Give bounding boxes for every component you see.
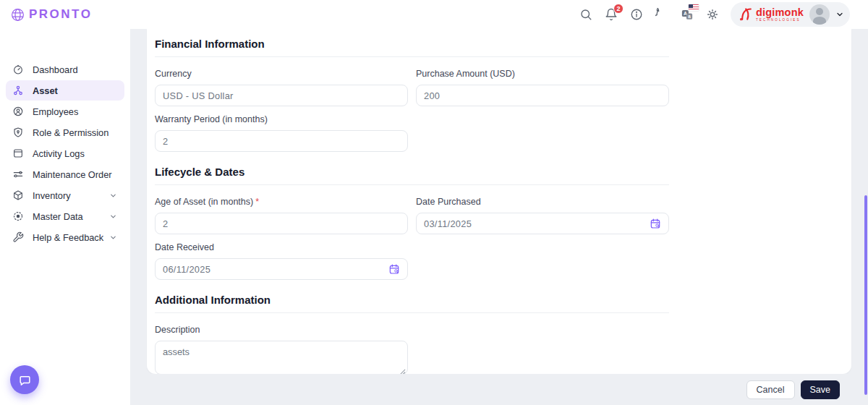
globe-icon: [10, 7, 25, 22]
dotted-circle-icon: [12, 210, 24, 223]
description-textarea[interactable]: assets: [155, 341, 408, 375]
field-purchase-amount: Purchase Amount (USD): [416, 69, 669, 106]
sidebar-item-label: Dashboard: [33, 64, 78, 75]
app-logo[interactable]: PRONTO: [10, 0, 92, 29]
us-flag-icon: [689, 4, 699, 11]
translate-icon[interactable]: Aa: [680, 7, 694, 22]
field-label: Description: [155, 325, 408, 335]
chevron-down-icon[interactable]: [835, 10, 844, 19]
notifications-bell-icon[interactable]: 2: [604, 7, 618, 22]
user-avatar[interactable]: [809, 4, 830, 25]
chevron-down-icon: [109, 234, 117, 242]
warranty-period-input[interactable]: [163, 136, 400, 147]
chat-fab-button[interactable]: [10, 365, 39, 394]
sidebar-item-label: Inventory: [33, 190, 71, 201]
section-divider: [155, 56, 669, 57]
info-icon[interactable]: [629, 7, 644, 22]
field-description: Description assets: [155, 325, 408, 378]
sidebar-item-label: Role & Permission: [33, 127, 109, 138]
save-button[interactable]: Save: [801, 380, 841, 399]
section-title-lifecycle: Lifecycle & Dates: [155, 166, 669, 178]
field-label: Date Purchased: [416, 197, 669, 207]
sidebar-item-help-feedback[interactable]: Help & Feedback: [6, 227, 124, 247]
document-icon: [12, 148, 24, 160]
cube-icon: [12, 189, 24, 202]
brand-name: PRONTO: [29, 7, 92, 22]
partner-tagline: TECHNOLOGIES: [756, 19, 804, 22]
notification-count-badge: 2: [613, 4, 624, 14]
digimonk-mark-icon: [739, 7, 754, 22]
section-divider: [155, 184, 669, 185]
sidebar-item-role-permission[interactable]: Role & Permission: [6, 122, 124, 142]
top-header: PRONTO 2 Aa digimo: [0, 0, 868, 29]
section-title-financial: Financial Information: [155, 38, 669, 50]
sidebar-item-dashboard[interactable]: Dashboard: [6, 59, 124, 80]
chat-bubble-icon: [18, 373, 32, 387]
field-label: Currency: [155, 69, 408, 79]
wrench-icon: [12, 231, 24, 244]
cancel-button[interactable]: Cancel: [746, 380, 795, 399]
field-label: Purchase Amount (USD): [416, 69, 669, 79]
search-icon[interactable]: [579, 7, 593, 22]
currency-input[interactable]: [163, 90, 400, 101]
sidebar-item-inventory[interactable]: Inventory: [6, 185, 124, 205]
user-account-pill[interactable]: digimonk TECHNOLOGIES: [731, 2, 850, 27]
field-date-purchased: Date Purchased: [416, 197, 669, 234]
required-asterisk: *: [255, 197, 259, 207]
dashboard-icon: [12, 64, 24, 76]
chevron-down-icon: [109, 213, 117, 221]
date-received-input[interactable]: [163, 264, 384, 275]
theme-sun-icon[interactable]: [705, 7, 720, 22]
asset-sitemap-icon: [12, 85, 24, 97]
age-of-asset-input[interactable]: [163, 218, 400, 229]
vertical-scrollbar-thumb[interactable]: [864, 195, 867, 395]
sidebar-item-label: Help & Feedback: [33, 232, 103, 243]
calendar-icon[interactable]: [650, 218, 661, 229]
calendar-icon[interactable]: [388, 263, 400, 275]
sidebar-item-master-data[interactable]: Master Data: [6, 206, 124, 226]
sliders-icon: [12, 169, 24, 181]
field-age-of-asset: Age of Asset (in months)*: [155, 197, 408, 234]
asset-form-card: Financial Information Currency Purchase …: [147, 29, 851, 374]
field-currency: Currency: [155, 69, 408, 106]
sidebar-item-label: Employees: [33, 106, 78, 117]
sidebar-item-maintenance-order[interactable]: Maintenance Order: [6, 164, 124, 184]
employees-icon: [12, 106, 24, 118]
sidebar-item-label: Master Data: [33, 211, 83, 222]
sidebar-nav: Dashboard Asset Employees Role & Permiss…: [0, 29, 130, 405]
header-actions: 2 Aa digimonk TECHNOLOGIES: [579, 0, 850, 29]
sidebar-item-asset[interactable]: Asset: [6, 80, 124, 101]
sidebar-item-activity-logs[interactable]: Activity Logs: [6, 143, 124, 163]
chevron-down-icon: [109, 192, 117, 200]
shield-icon: [12, 127, 24, 139]
sidebar-item-employees[interactable]: Employees: [6, 101, 124, 122]
field-label: Date Received: [155, 242, 408, 252]
field-label: Age of Asset (in months)*: [155, 197, 408, 207]
sidebar-item-label: Maintenance Order: [33, 169, 112, 180]
partner-name: digimonk: [756, 7, 804, 18]
support-chat-icon[interactable]: [655, 7, 669, 22]
section-divider: [155, 312, 669, 313]
sidebar-item-label: Asset: [33, 85, 58, 96]
purchase-amount-input[interactable]: [424, 90, 661, 101]
date-purchased-input[interactable]: [424, 218, 645, 229]
field-warranty-period: Warranty Period (in months): [155, 114, 408, 152]
form-action-bar: Cancel Save: [130, 374, 868, 405]
field-date-received: Date Received: [155, 242, 408, 280]
section-title-additional: Additional Information: [155, 294, 669, 306]
partner-logo: digimonk TECHNOLOGIES: [739, 7, 804, 22]
main-content-area: Financial Information Currency Purchase …: [130, 29, 868, 405]
field-label: Warranty Period (in months): [155, 114, 408, 124]
svg-text:a: a: [688, 14, 691, 19]
sidebar-item-label: Activity Logs: [33, 148, 85, 159]
